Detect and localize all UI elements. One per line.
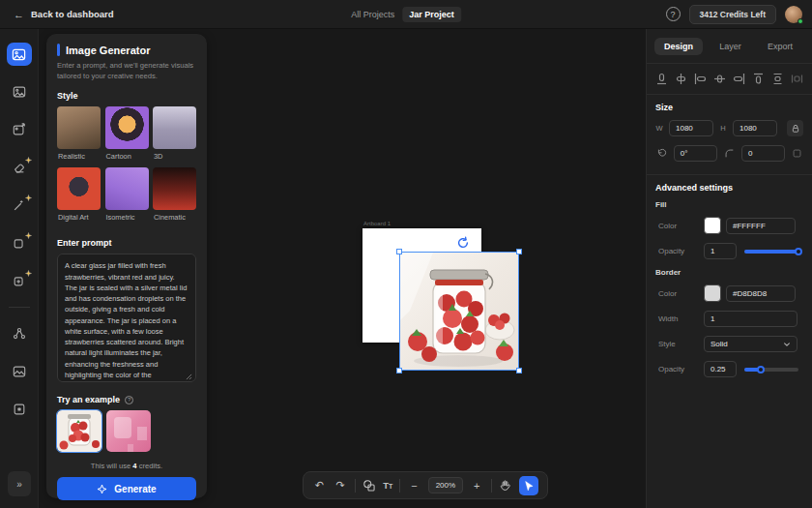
image-generator-panel: Image Generator Enter a prompt, and we'l… xyxy=(46,34,207,498)
tool-rail: » xyxy=(0,29,39,508)
resize-handle-icon[interactable] xyxy=(186,374,192,380)
artboard-label[interactable]: Artboard 1 xyxy=(363,221,391,226)
regenerate-icon[interactable] xyxy=(456,236,470,250)
undo-button[interactable]: ↶ xyxy=(312,477,327,494)
text-tool-button[interactable]: TT xyxy=(383,480,392,491)
ai-insert-icon xyxy=(13,274,26,287)
border-opacity-slider-knob[interactable] xyxy=(757,366,765,374)
distribute-horizontal-icon[interactable] xyxy=(791,73,803,85)
fill-opacity-field[interactable]: 1 xyxy=(704,243,737,259)
prompt-input[interactable]: A clear glass jar filled with fresh stra… xyxy=(57,254,196,382)
border-opacity-label: Opacity xyxy=(655,365,704,374)
hand-icon xyxy=(499,479,511,492)
hand-tool-button[interactable] xyxy=(498,477,512,494)
border-color-field[interactable]: #D8D8D8 xyxy=(726,285,796,302)
border-color-swatch[interactable] xyxy=(704,284,721,302)
frame-icon xyxy=(13,403,26,416)
tab-layer[interactable]: Layer xyxy=(710,38,751,55)
selection-handle-top-right[interactable] xyxy=(516,249,522,254)
rail-item-ai-insert[interactable] xyxy=(7,269,32,292)
style-option-cinematic[interactable]: Cinematic xyxy=(153,167,196,228)
fill-opacity-slider[interactable] xyxy=(744,250,798,254)
style-thumb-isometric[interactable] xyxy=(105,167,149,210)
credits-left-badge[interactable]: 3412 Credits Left xyxy=(689,5,777,24)
rail-item-ai-shape[interactable] xyxy=(7,231,32,254)
sparkle-icon xyxy=(25,232,32,239)
corner-radius-icon xyxy=(723,148,736,159)
rail-item-image-export[interactable] xyxy=(7,118,32,141)
fill-color-swatch[interactable] xyxy=(704,217,721,234)
example-help-icon[interactable]: ? xyxy=(125,396,133,404)
generate-button[interactable]: Generate xyxy=(57,477,196,500)
style-thumb-realistic[interactable] xyxy=(57,106,101,149)
style-option-isometric[interactable]: Isometric xyxy=(105,167,149,228)
image-export-icon xyxy=(13,123,26,136)
example-thumb-pink-abstract[interactable] xyxy=(106,410,151,452)
width-field[interactable]: 1080 xyxy=(669,120,713,136)
distribute-vertical-icon[interactable] xyxy=(771,73,784,85)
corner-radius-field[interactable]: 0 xyxy=(741,145,785,162)
select-tool-button[interactable] xyxy=(519,476,538,495)
tab-design[interactable]: Design xyxy=(654,38,703,55)
border-opacity-slider[interactable] xyxy=(744,368,798,372)
rail-item-image-generator[interactable] xyxy=(7,43,32,66)
align-top-icon[interactable] xyxy=(752,73,765,85)
align-bottom-icon[interactable] xyxy=(655,73,668,85)
zoom-in-button[interactable]: + xyxy=(470,477,484,494)
rail-item-frame[interactable] xyxy=(7,398,32,421)
rotation-icon xyxy=(655,148,668,159)
zoom-out-button[interactable]: − xyxy=(407,477,421,494)
toolbar-divider xyxy=(399,479,400,493)
avatar[interactable] xyxy=(785,6,802,23)
rail-item-gallery[interactable] xyxy=(7,360,32,383)
sparkle-icon xyxy=(25,270,32,277)
rotation-field[interactable]: 0° xyxy=(674,145,717,162)
style-section-title: Style xyxy=(57,91,196,101)
style-option-realistic[interactable]: Realistic xyxy=(57,106,101,167)
back-to-dashboard-button[interactable]: ← Back to dashboard xyxy=(14,9,114,20)
style-thumb-3d[interactable] xyxy=(153,106,196,149)
rail-item-magic-wand[interactable] xyxy=(7,194,32,217)
selected-image-strawberry-jar[interactable] xyxy=(400,253,518,370)
ai-eraser-icon xyxy=(13,161,26,174)
zoom-level-field[interactable]: 200% xyxy=(428,477,463,493)
panel-title: Image Generator xyxy=(66,45,150,56)
prompt-section-title: Enter prompt xyxy=(57,238,196,248)
redo-button[interactable]: ↷ xyxy=(334,477,348,494)
expand-rail-button[interactable]: » xyxy=(8,471,31,496)
rail-item-workflow[interactable] xyxy=(7,322,32,345)
example-section-title: Try an example xyxy=(57,395,120,404)
selection-handle-bottom-right[interactable] xyxy=(516,368,522,374)
fill-opacity-slider-knob[interactable] xyxy=(795,248,802,255)
workflow-icon xyxy=(13,327,26,341)
style-thumb-cartoon[interactable] xyxy=(105,106,149,149)
shapes-tool-button[interactable] xyxy=(362,477,376,494)
style-option-3d[interactable]: 3D xyxy=(153,106,196,167)
selection-handle-top-left[interactable] xyxy=(396,249,402,254)
help-icon[interactable]: ? xyxy=(666,7,681,21)
selection-handle-bottom-left[interactable] xyxy=(396,368,402,374)
align-middle-icon[interactable] xyxy=(675,73,687,85)
border-style-select[interactable]: Solid xyxy=(704,336,798,352)
align-center-icon[interactable] xyxy=(713,73,726,85)
aspect-lock-button[interactable] xyxy=(787,120,803,136)
tab-export[interactable]: Export xyxy=(758,38,802,55)
border-opacity-field[interactable]: 0.25 xyxy=(704,361,737,377)
breadcrumb-current-project[interactable]: Jar Project xyxy=(402,7,461,22)
border-color-label: Color xyxy=(655,289,704,298)
rail-item-ai-eraser[interactable] xyxy=(7,156,32,179)
fill-color-field[interactable]: #FFFFFF xyxy=(726,218,796,234)
align-left-icon[interactable] xyxy=(694,73,707,85)
style-option-digital-art[interactable]: Digital Art xyxy=(57,167,101,228)
align-right-icon[interactable] xyxy=(733,73,745,85)
height-field[interactable]: 1080 xyxy=(733,120,777,136)
independent-corners-icon[interactable] xyxy=(791,148,803,159)
breadcrumb-all-projects[interactable]: All Projects xyxy=(351,10,394,19)
style-option-cartoon[interactable]: Cartoon xyxy=(105,106,149,167)
rail-item-image[interactable] xyxy=(7,80,32,104)
fill-color-label: Color xyxy=(655,222,704,230)
style-thumb-digital-art[interactable] xyxy=(57,167,101,210)
example-thumb-strawberry-jar[interactable] xyxy=(57,410,102,452)
border-width-field[interactable]: 1 xyxy=(704,311,798,327)
style-thumb-cinematic[interactable] xyxy=(153,167,196,210)
